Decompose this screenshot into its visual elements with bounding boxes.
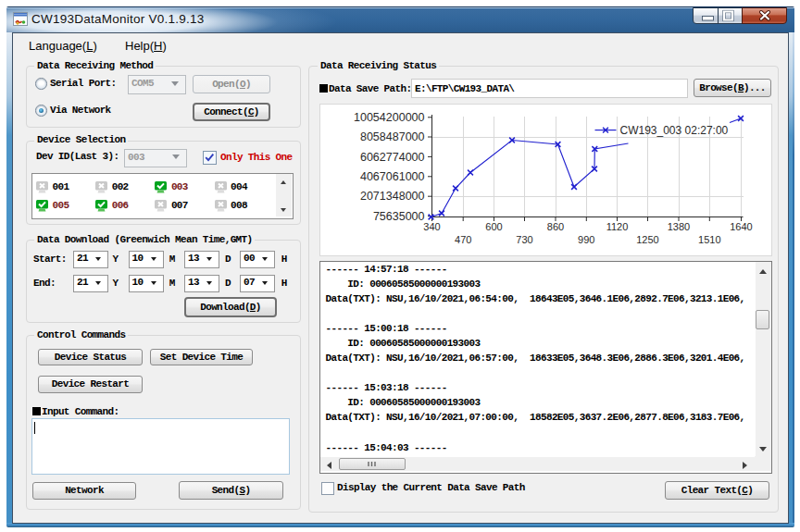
svg-text:340: 340 — [423, 221, 440, 232]
svg-text:1250: 1250 — [636, 234, 658, 245]
svg-text:6062774000: 6062774000 — [360, 151, 425, 164]
svg-text:730: 730 — [516, 234, 532, 245]
svg-text:990: 990 — [578, 234, 594, 245]
svg-text:600: 600 — [485, 221, 502, 232]
svg-text:2071348000: 2071348000 — [360, 190, 425, 203]
svg-text:CW193_003 02:27:00: CW193_003 02:27:00 — [620, 124, 729, 137]
svg-text:1380: 1380 — [668, 221, 690, 232]
svg-text:4067061000: 4067061000 — [360, 170, 425, 183]
svg-text:10054200000: 10054200000 — [354, 111, 425, 124]
svg-text:1510: 1510 — [698, 234, 720, 245]
svg-text:470: 470 — [455, 234, 471, 245]
svg-text:8058487000: 8058487000 — [360, 130, 425, 143]
svg-text:1640: 1640 — [730, 221, 752, 232]
svg-text:860: 860 — [547, 221, 564, 232]
svg-text:75635000: 75635000 — [373, 210, 425, 223]
svg-text:1120: 1120 — [606, 221, 629, 232]
